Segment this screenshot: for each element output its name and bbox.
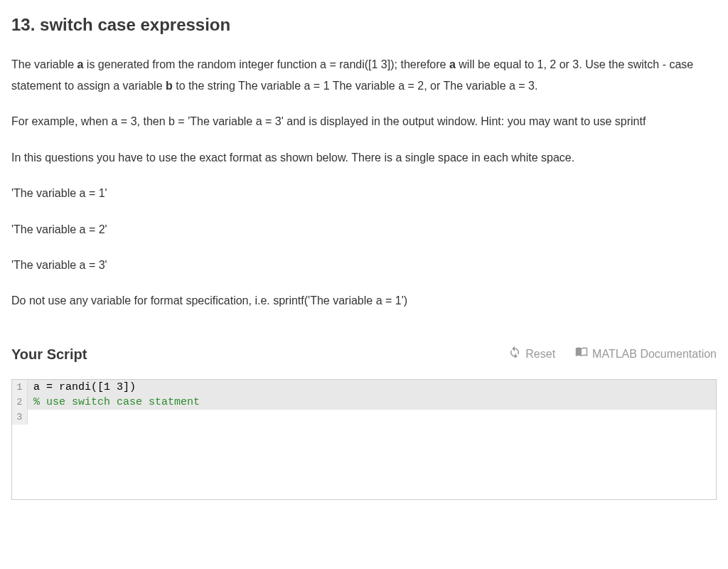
line-content[interactable]: % use switch case statment bbox=[28, 395, 716, 410]
question-paragraph-1: The variable a is generated from the ran… bbox=[11, 54, 717, 97]
book-icon bbox=[575, 344, 588, 365]
matlab-documentation-link[interactable]: MATLAB Documentation bbox=[575, 344, 717, 365]
bold-b: b bbox=[166, 80, 173, 92]
line-number: 3 bbox=[12, 410, 28, 425]
question-title: 13. switch case expression bbox=[11, 9, 717, 41]
script-actions: Reset MATLAB Documentation bbox=[508, 344, 717, 365]
question-paragraph-4: Do not use any variable for format speci… bbox=[11, 290, 717, 312]
text: The variable bbox=[11, 58, 77, 70]
question-paragraph-2: For example, when a = 3, then b = 'The v… bbox=[11, 111, 717, 132]
question-paragraph-3: In this questions you have to use the ex… bbox=[11, 147, 717, 169]
reset-icon bbox=[508, 344, 521, 365]
reset-button[interactable]: Reset bbox=[508, 344, 555, 365]
text: is generated from the random integer fun… bbox=[83, 58, 449, 70]
line-number: 1 bbox=[12, 380, 28, 395]
example-line-2: 'The variable a = 2' bbox=[11, 219, 717, 240]
reset-label: Reset bbox=[525, 344, 555, 365]
text: to the string The variable a = 1 The var… bbox=[173, 80, 538, 92]
script-header: Your Script Reset MATLAB Documentation bbox=[11, 341, 717, 368]
code-line: 3 bbox=[12, 410, 716, 425]
script-title: Your Script bbox=[11, 341, 87, 368]
code-line: 2% use switch case statment bbox=[12, 395, 716, 410]
doc-label: MATLAB Documentation bbox=[592, 344, 717, 365]
example-line-3: 'The variable a = 3' bbox=[11, 255, 717, 276]
line-content[interactable]: a = randi([1 3]) bbox=[28, 380, 716, 395]
code-editor[interactable]: 1a = randi([1 3])2% use switch case stat… bbox=[11, 379, 717, 500]
line-number: 2 bbox=[12, 395, 28, 410]
code-line: 1a = randi([1 3]) bbox=[12, 380, 716, 395]
line-content[interactable] bbox=[28, 410, 716, 425]
example-line-1: 'The variable a = 1' bbox=[11, 183, 717, 204]
bold-a2: a bbox=[449, 58, 456, 70]
